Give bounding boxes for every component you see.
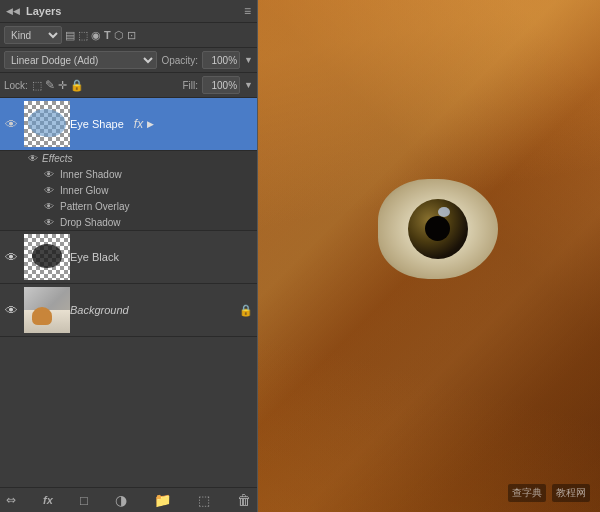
pattern-overlay-eye-icon[interactable]: 👁 (44, 200, 56, 212)
opacity-arrow[interactable]: ▼ (244, 55, 253, 65)
adjustment-layer-icon[interactable]: ◑ (115, 492, 127, 508)
pattern-overlay-label: Pattern Overlay (60, 201, 129, 212)
type-icon[interactable]: T (104, 29, 111, 41)
eye-shape-thumbnail (24, 101, 70, 147)
drop-shadow-label: Drop Shadow (60, 217, 121, 228)
effect-item-inner-shadow[interactable]: 👁 Inner Shadow (0, 166, 257, 182)
layers-panel: ◀◀ Layers ≡ Kind ▤ ⬚ ◉ T ⬡ ⊡ Linear Dodg… (0, 0, 258, 512)
effects-group: 👁 Effects 👁 Inner Shadow 👁 Inner Glow 👁 … (0, 151, 257, 231)
smart-icon[interactable]: ⊡ (127, 29, 136, 42)
new-layer-icon[interactable]: ⬚ (198, 493, 210, 508)
effects-label: Effects (42, 153, 73, 164)
inner-glow-eye-icon[interactable]: 👁 (44, 184, 56, 196)
effect-item-inner-glow[interactable]: 👁 Inner Glow (0, 182, 257, 198)
background-lock-icon: 🔒 (239, 304, 253, 317)
layer-item-background[interactable]: 👁 Background 🔒 (0, 284, 257, 337)
effects-eye-icon[interactable]: 👁 (28, 153, 38, 164)
inner-shadow-label: Inner Shadow (60, 169, 122, 180)
layer-item-eye-shape[interactable]: 👁 Eye Shape fx ▶ (0, 98, 257, 151)
eye-shape-layer-info: Eye Shape fx ▶ (70, 117, 253, 131)
opacity-input[interactable] (202, 51, 240, 69)
link-layers-icon[interactable]: ⇔ (6, 493, 16, 507)
inner-glow-label: Inner Glow (60, 185, 108, 196)
inner-shadow-eye-icon[interactable]: 👁 (44, 168, 56, 180)
add-style-icon[interactable]: fx (43, 494, 53, 506)
pixel-icon[interactable]: ⬚ (78, 29, 88, 42)
new-group-icon[interactable]: 📁 (154, 492, 171, 508)
shape-icon[interactable]: ⬡ (114, 29, 124, 42)
eye-pupil (425, 216, 450, 241)
kind-toolbar-row: Kind ▤ ⬚ ◉ T ⬡ ⊡ (0, 23, 257, 48)
eye-shape-visibility-icon[interactable]: 👁 (4, 117, 18, 131)
layer-item-eye-black[interactable]: 👁 Eye Black (0, 231, 257, 284)
eye-white (378, 179, 498, 279)
add-mask-icon[interactable]: □ (80, 493, 88, 508)
lock-label: Lock: (4, 80, 28, 91)
eye-black-visibility-icon[interactable]: 👁 (4, 250, 18, 264)
kind-select[interactable]: Kind (4, 26, 62, 44)
lock-transparent-icon[interactable]: ⬚ (32, 79, 42, 92)
adjustment-icon[interactable]: ◉ (91, 29, 101, 42)
fill-label: Fill: (183, 80, 199, 91)
eye-black-layer-info: Eye Black (70, 251, 253, 263)
fill-arrow[interactable]: ▼ (244, 80, 253, 90)
eye-black-thumbnail (24, 234, 70, 280)
panel-title: Layers (26, 5, 61, 17)
eye-shape-layer-name: Eye Shape (70, 118, 124, 130)
effects-header: 👁 Effects (0, 151, 257, 166)
eye-shape-fx-badge[interactable]: fx (134, 117, 143, 131)
effect-item-pattern-overlay[interactable]: 👁 Pattern Overlay (0, 198, 257, 214)
background-layer-name: Background (70, 304, 129, 316)
watermark-text2: 教程网 (552, 484, 590, 502)
pixel-filter-icon[interactable]: ▤ (65, 29, 75, 42)
watermark: 查字典 教程网 (508, 484, 590, 502)
fill-input[interactable] (202, 76, 240, 94)
drop-shadow-eye-icon[interactable]: 👁 (44, 216, 56, 228)
lock-row: Lock: ⬚ ✎ ✛ 🔒 Fill: ▼ (0, 73, 257, 98)
lock-all-icon[interactable]: 🔒 (70, 79, 84, 92)
eye-overlay (378, 179, 498, 279)
watermark-text1: 查字典 (508, 484, 546, 502)
lock-position-icon[interactable]: ✛ (58, 79, 67, 92)
layers-list: 👁 Eye Shape fx ▶ 👁 Effects 👁 Inner Shado… (0, 98, 257, 487)
panel-menu-icon[interactable]: ≡ (244, 4, 251, 18)
eye-iris (408, 199, 468, 259)
background-layer-info: Background 🔒 (70, 304, 253, 317)
background-thumbnail (24, 287, 70, 333)
eye-highlight (438, 207, 450, 217)
delete-layer-icon[interactable]: 🗑 (237, 492, 251, 508)
blend-mode-select[interactable]: Linear Dodge (Add) (4, 51, 157, 69)
kind-icons: ▤ ⬚ ◉ T ⬡ ⊡ (65, 29, 136, 42)
collapse-arrows[interactable]: ◀◀ (6, 6, 20, 16)
dog-eye-image: 查字典 教程网 (258, 0, 600, 512)
opacity-label: Opacity: (161, 55, 198, 66)
background-visibility-icon[interactable]: 👁 (4, 303, 18, 317)
lock-icons: ⬚ ✎ ✛ 🔒 (32, 78, 84, 92)
eye-shape-fx-arrow[interactable]: ▶ (147, 119, 154, 129)
blend-row: Linear Dodge (Add) Opacity: ▼ (0, 48, 257, 73)
eye-black-layer-name: Eye Black (70, 251, 119, 263)
panel-header: ◀◀ Layers ≡ (0, 0, 257, 23)
canvas-area: 查字典 教程网 (258, 0, 600, 512)
effect-item-drop-shadow[interactable]: 👁 Drop Shadow (0, 214, 257, 230)
panel-footer: ⇔ fx □ ◑ 📁 ⬚ 🗑 (0, 487, 257, 512)
lock-pixels-icon[interactable]: ✎ (45, 78, 55, 92)
